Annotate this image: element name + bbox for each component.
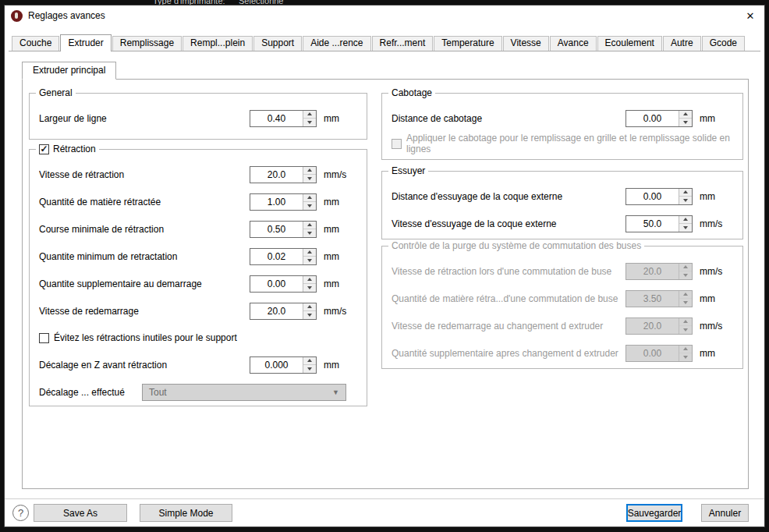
tab-bar: Couche Extruder Remplissage Rempl...plei… <box>9 34 760 51</box>
coasting-infill-checkbox-row: Appliquer le cabotage pour le remplissag… <box>392 132 733 155</box>
switch-restart-speed-spinbox: 20.0 <box>625 317 693 335</box>
spin-up-icon <box>679 346 692 354</box>
line-width-spinbox[interactable]: 0.40 <box>250 110 317 127</box>
unit-label: mm/s <box>317 169 357 180</box>
coasting-infill-checkbox <box>392 139 402 149</box>
setting-row-vitesse-redemarrage: Vitesse de redemarrage 20.0 mm/s <box>39 297 357 325</box>
spin-down-icon[interactable] <box>303 284 316 292</box>
tab-remplissage-plein[interactable]: Rempl...plein <box>183 36 253 51</box>
minimum-travel-spinbox[interactable]: 0.50 <box>250 221 317 238</box>
group-general: General Largeur de ligne 0.40 mm <box>29 93 367 140</box>
group-retraction-title: ✓ Rétraction <box>36 144 99 154</box>
setting-row-decalage-z: Décalage en Z avant rétraction 0.000 mm <box>39 351 357 378</box>
setting-row-vitesse-retraction: Vitesse de rétraction 20.0 mm/s <box>39 161 357 188</box>
z-hop-mode-dropdown[interactable]: Tout ▼ <box>142 384 346 401</box>
setting-label: Distance d'essuyage de la coque externe <box>392 191 625 202</box>
group-essuyer: Essuyer Distance d'essuyage de la coque … <box>381 171 743 239</box>
spin-value: 0.02 <box>250 249 303 264</box>
tab-support[interactable]: Support <box>253 36 302 51</box>
unit-label: mm <box>317 251 357 262</box>
spin-down-icon[interactable] <box>679 119 692 126</box>
spin-up-icon[interactable] <box>303 276 316 285</box>
spin-value: 0.50 <box>250 222 303 237</box>
unit-label: mm <box>317 197 357 207</box>
spinner-arrows <box>303 167 316 183</box>
spin-down-icon[interactable] <box>303 257 316 264</box>
tab-adherence[interactable]: Aide ...rence <box>303 36 370 51</box>
spin-up-icon[interactable] <box>303 303 316 312</box>
tab-autre[interactable]: Autre <box>663 36 701 51</box>
tab-avance[interactable]: Avance <box>550 36 597 51</box>
spin-value: 0.40 <box>250 111 303 126</box>
spin-down-icon <box>679 326 692 334</box>
spin-down-icon[interactable] <box>303 229 316 237</box>
tab-ecoulement[interactable]: Ecoulement <box>597 36 662 51</box>
spin-up-icon[interactable] <box>303 222 316 230</box>
group-general-title: General <box>36 87 76 98</box>
spin-up-icon[interactable] <box>303 249 316 257</box>
avoid-retraction-checkbox[interactable] <box>39 333 49 343</box>
wipe-distance-spinbox[interactable]: 0.00 <box>625 188 693 205</box>
restart-speed-spinbox[interactable]: 20.0 <box>250 303 317 320</box>
tab-extruder-principal[interactable]: Extruder principal <box>22 62 116 80</box>
setting-label: Quantite supplementaire au demarrage <box>39 278 250 289</box>
setting-row-largeur-de-ligne: Largeur de ligne 0.40 mm <box>39 105 357 132</box>
spin-down-icon[interactable] <box>303 119 316 126</box>
save-button[interactable]: Sauvegarder <box>626 504 682 522</box>
tab-gcode[interactable]: Gcode <box>702 36 745 51</box>
spin-up-icon[interactable] <box>303 167 316 176</box>
retraction-enable-checkbox[interactable]: ✓ <box>39 144 49 154</box>
wipe-speed-spinbox[interactable]: 50.0 <box>625 215 693 232</box>
tab-extruder[interactable]: Extruder <box>60 34 111 51</box>
spin-down-icon[interactable] <box>679 197 692 204</box>
checkbox-label: Appliquer le cabotage pour le remplissag… <box>406 133 733 154</box>
unit-label: mm <box>317 113 357 124</box>
extra-restart-amount-spinbox[interactable]: 0.00 <box>250 275 317 293</box>
minimum-retraction-spinbox[interactable]: 0.02 <box>250 248 317 265</box>
switch-retraction-amount-spinbox: 3.50 <box>625 290 693 307</box>
tab-vitesse[interactable]: Vitesse <box>503 36 549 51</box>
simple-mode-button[interactable]: Simple Mode <box>140 504 232 522</box>
spin-down-icon[interactable] <box>303 175 316 183</box>
coasting-distance-spinbox[interactable]: 0.00 <box>625 110 693 127</box>
group-retraction: ✓ Rétraction Vitesse de rétraction 20.0 … <box>29 149 367 406</box>
spinner-arrows <box>679 264 692 279</box>
save-as-button[interactable]: Save As <box>34 504 127 522</box>
tab-refroidissement[interactable]: Refr...ment <box>372 36 434 51</box>
spin-up-icon[interactable] <box>679 189 692 197</box>
close-icon[interactable]: ✕ <box>736 5 764 26</box>
spin-value: 0.000 <box>250 357 303 373</box>
setting-label: Distance de cabotage <box>392 113 625 124</box>
spin-up-icon[interactable] <box>679 111 692 119</box>
spinner-arrows <box>303 111 316 126</box>
spinner-arrows <box>303 249 316 264</box>
spin-down-icon[interactable] <box>303 311 316 319</box>
spin-down-icon[interactable] <box>303 202 316 210</box>
spin-down-icon[interactable] <box>303 365 316 373</box>
retraction-speed-spinbox[interactable]: 20.0 <box>250 166 317 183</box>
spin-up-icon[interactable] <box>303 357 316 366</box>
spin-up-icon[interactable] <box>303 194 316 203</box>
group-purge-commutation: Contrôle de la purge du système de commu… <box>381 246 743 369</box>
tab-couche[interactable]: Couche <box>12 36 59 51</box>
footer-bar: ? Save As Simple Mode Sauvegarder Annule… <box>5 498 764 527</box>
spin-up-icon[interactable] <box>303 111 316 119</box>
spinner-arrows <box>679 291 692 307</box>
spin-value: 0.00 <box>626 111 679 126</box>
setting-row-purge-vitesse-retraction: Vitesse de rétraction lors d'une commuta… <box>392 257 733 285</box>
spin-value: 20.0 <box>250 303 303 319</box>
spin-value: 20.0 <box>626 264 679 279</box>
app-icon <box>11 10 23 22</box>
unit-label: mm <box>693 348 733 359</box>
help-icon[interactable]: ? <box>12 505 29 521</box>
retraction-amount-spinbox[interactable]: 1.00 <box>250 193 317 211</box>
setting-row-purge-quantite-supplementaire: Quantité supplementaire apres changement… <box>392 339 733 367</box>
z-hop-spinbox[interactable]: 0.000 <box>250 356 317 374</box>
tab-remplissage[interactable]: Remplissage <box>112 36 182 51</box>
setting-row-quantite-supplementaire: Quantite supplementaire au demarrage 0.0… <box>39 270 357 297</box>
spin-down-icon[interactable] <box>679 224 692 232</box>
tab-temperature[interactable]: Temperature <box>434 36 501 51</box>
unit-label: mm <box>693 113 733 124</box>
cancel-button[interactable]: Annuler <box>701 504 749 522</box>
spin-up-icon[interactable] <box>679 216 692 225</box>
